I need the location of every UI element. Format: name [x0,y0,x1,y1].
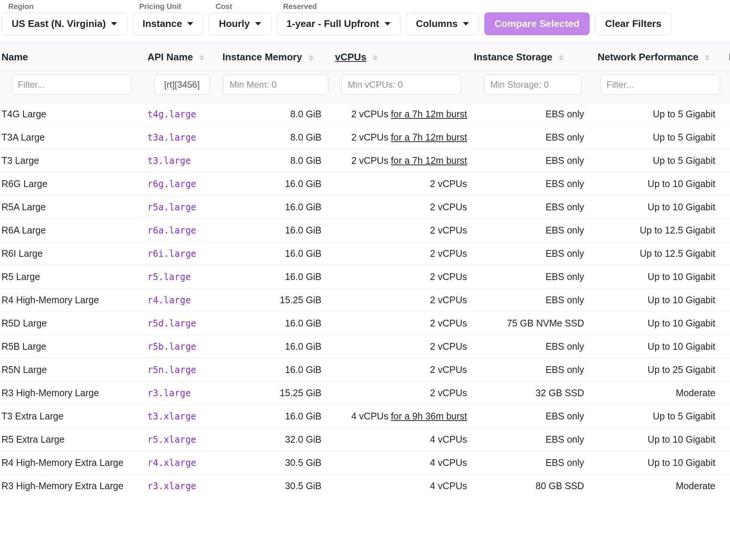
table-row[interactable]: T3A Larget3a.large8.0 GiB2 vCPUs for a 7… [0,126,730,149]
col-header-api-name[interactable]: API Name [144,42,219,71]
cell-api-name[interactable]: r4.xlarge [144,451,219,475]
cell-api-name[interactable]: t3a.large [144,126,219,149]
cell-name: T4G Large [0,103,144,126]
cell-network: Up to 10 Gigabit [595,428,726,451]
cost-dropdown[interactable]: Hourly [209,12,271,35]
pricing-unit-label: Pricing Unit [139,2,204,11]
columns-control: Columns [406,2,479,35]
cell-name: T3A Large [0,126,144,149]
cell-memory: 8.0 GiB [219,149,332,172]
table-row[interactable]: R5N Larger5n.large16.0 GiB2 vCPUsEBS onl… [0,358,730,382]
cell-api-name[interactable]: r5.xlarge [144,428,219,451]
cell-api-name[interactable]: r5b.large [144,335,219,358]
table-row[interactable]: R6A Larger6a.large16.0 GiB2 vCPUsEBS onl… [0,219,730,242]
cell-extra [726,219,730,242]
table-row[interactable]: R4 High-Memory Extra Larger4.xlarge30.5 … [0,451,730,475]
cell-memory: 15.25 GiB [219,382,332,405]
table-row[interactable]: R6I Larger6i.large16.0 GiB2 vCPUsEBS onl… [0,242,730,265]
cell-api-name[interactable]: r5.large [144,265,219,289]
region-dropdown[interactable]: US East (N. Virginia) [2,12,127,35]
filter-memory-input[interactable] [223,75,328,95]
cell-api-name[interactable]: r5n.large [144,358,219,382]
compare-selected-button[interactable]: Compare Selected [484,12,590,35]
cell-vcpus: 2 vCPUs [332,289,471,312]
region-label: Region [8,2,127,11]
table-row[interactable]: R5A Larger5a.large16.0 GiB2 vCPUsEBS onl… [0,196,730,219]
cell-extra [726,475,730,498]
sort-icon [200,55,204,61]
cell-storage: EBS only [471,289,595,312]
table-row[interactable]: R3 High-Memory Larger3.large15.25 GiB2 v… [0,382,730,405]
reserved-control: Reserved 1-year - Full Upfront [276,2,401,35]
cell-name: R4 High-Memory Extra Large [0,451,144,475]
cell-network: Up to 12.5 Gigabit [595,219,726,242]
cell-api-name[interactable]: r3.xlarge [144,475,219,498]
filter-name-input[interactable] [12,75,132,95]
col-header-name[interactable]: Name [0,42,144,71]
clear-label: Clear Filters [605,18,661,30]
table-row[interactable]: R5 Larger5.large16.0 GiB2 vCPUsEBS onlyU… [0,265,730,289]
cell-storage: 32 GB SSD [471,382,595,405]
cell-vcpus: 2 vCPUs [332,172,471,196]
table-row[interactable]: T4G Larget4g.large8.0 GiB2 vCPUs for a 7… [0,103,730,126]
col-header-extra[interactable]: L [726,42,730,71]
cell-api-name[interactable]: r3.large [144,382,219,405]
cell-memory: 16.0 GiB [219,219,332,242]
cell-memory: 16.0 GiB [219,312,332,335]
filter-network-input[interactable] [600,75,720,95]
cell-storage: 75 GB NVMe SSD [471,312,595,335]
col-header-storage[interactable]: Instance Storage [471,42,595,71]
cell-api-name[interactable]: r5d.large [144,312,219,335]
col-header-network[interactable]: Network Performance [595,42,726,71]
cell-vcpus: 2 vCPUs for a 7h 12m burst [332,149,471,172]
cell-api-name[interactable]: r6i.large [144,242,219,265]
cell-network: Up to 25 Gigabit [595,358,726,382]
cell-api-name[interactable]: r6g.large [144,172,219,196]
filter-api-input[interactable] [154,75,210,95]
cell-extra [726,242,730,265]
pricing-unit-value: Instance [143,18,182,30]
cell-api-name[interactable]: r4.large [144,289,219,312]
cell-name: T3 Large [0,149,144,172]
caret-down-icon [463,22,469,25]
table-row[interactable]: R4 High-Memory Larger4.large15.25 GiB2 v… [0,289,730,312]
toolbar: Region US East (N. Virginia) Pricing Uni… [0,0,730,42]
cell-name: R5A Large [0,196,144,219]
table-row[interactable]: R5B Larger5b.large16.0 GiB2 vCPUsEBS onl… [0,335,730,358]
cell-api-name[interactable]: t3.large [144,149,219,172]
cell-api-name[interactable]: r6a.large [144,219,219,242]
cell-extra [726,126,730,149]
filter-storage-input[interactable] [484,75,581,95]
table-row[interactable]: R6G Larger6g.large16.0 GiB2 vCPUsEBS onl… [0,172,730,196]
col-header-memory[interactable]: Instance Memory [219,42,332,71]
columns-dropdown[interactable]: Columns [406,12,479,35]
cell-memory: 15.25 GiB [219,289,332,312]
cell-name: R5B Large [0,335,144,358]
cell-network: Up to 10 Gigabit [595,451,726,475]
table-row[interactable]: T3 Larget3.large8.0 GiB2 vCPUs for a 7h … [0,149,730,172]
table-row[interactable]: R5 Extra Larger5.xlarge32.0 GiB4 vCPUsEB… [0,428,730,451]
table-row[interactable]: R3 High-Memory Extra Larger3.xlarge30.5 … [0,475,730,498]
filter-vcpus-input[interactable] [341,75,461,95]
cost-value: Hourly [219,18,249,30]
cell-memory: 8.0 GiB [219,126,332,149]
cell-network: Up to 10 Gigabit [595,265,726,289]
table-row[interactable]: T3 Extra Larget3.xlarge16.0 GiB4 vCPUs f… [0,405,730,428]
cell-storage: EBS only [471,265,595,289]
cell-vcpus: 2 vCPUs for a 7h 12m burst [332,103,471,126]
pricing-unit-dropdown[interactable]: Instance [132,12,204,35]
cell-vcpus: 2 vCPUs for a 7h 12m burst [332,126,471,149]
table-header-row: Name API Name Instance Memory vCPUs [0,42,730,71]
cell-name: R5 Large [0,265,144,289]
col-header-vcpus[interactable]: vCPUs [332,42,471,71]
cell-storage: 80 GB SSD [471,475,595,498]
reserved-dropdown[interactable]: 1-year - Full Upfront [276,12,401,35]
cell-api-name[interactable]: t4g.large [144,103,219,126]
cell-api-name[interactable]: t3.xlarge [144,405,219,428]
table-row[interactable]: R5D Larger5d.large16.0 GiB2 vCPUs75 GB N… [0,312,730,335]
clear-filters-button[interactable]: Clear Filters [595,12,671,35]
cell-name: R6A Large [0,219,144,242]
burst-note: for a 7h 12m burst [391,155,467,166]
cell-vcpus: 2 vCPUs [332,196,471,219]
cell-api-name[interactable]: r5a.large [144,196,219,219]
